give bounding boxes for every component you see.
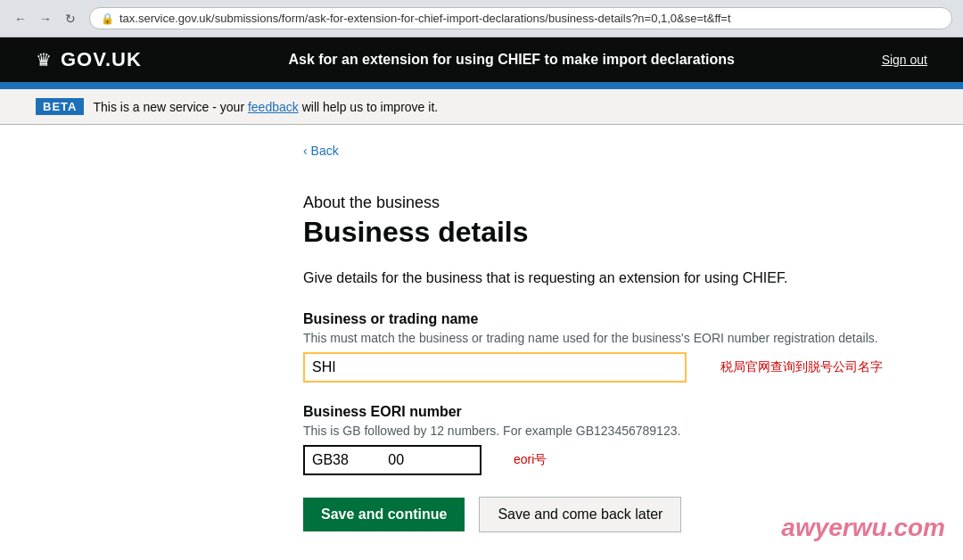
trading-name-group: Business or trading name This must match… <box>303 311 927 383</box>
eori-hint: This is GB followed by 12 numbers. For e… <box>303 424 927 438</box>
trading-name-label: Business or trading name <box>303 311 927 327</box>
beta-text: This is a new service - your feedback wi… <box>93 100 438 114</box>
eori-annotation: eori号 <box>514 452 547 468</box>
eori-group: Business EORI number This is GB followed… <box>303 404 927 475</box>
crown-icon: ♛ <box>36 49 52 70</box>
save-later-button[interactable]: Save and come back later <box>479 497 681 532</box>
back-link[interactable]: Back <box>303 144 339 158</box>
browser-chrome: ← → ↻ 🔒 tax.service.gov.uk/submissions/f… <box>0 0 963 37</box>
section-label: About the business <box>303 194 927 212</box>
url-text: tax.service.gov.uk/submissions/form/ask-… <box>119 12 731 25</box>
eori-label: Business EORI number <box>303 404 927 420</box>
feedback-link[interactable]: feedback <box>248 100 299 114</box>
gov-header: ♛ GOV.UK Ask for an extension for using … <box>0 37 963 82</box>
blue-accent-bar <box>0 82 963 89</box>
page-description: Give details for the business that is re… <box>303 270 927 286</box>
gov-logo: ♛ GOV.UK <box>36 48 142 71</box>
trading-name-input[interactable] <box>303 352 687 383</box>
gov-uk-logo-text: GOV.UK <box>61 48 142 71</box>
eori-input[interactable] <box>303 445 482 475</box>
reload-button[interactable]: ↻ <box>61 9 80 29</box>
beta-banner: BETA This is a new service - your feedba… <box>0 89 963 125</box>
browser-nav-buttons: ← → ↻ <box>11 9 80 29</box>
trading-name-annotation: 税局官网查询到脱号公司名字 <box>720 359 883 375</box>
page-title: Business details <box>303 216 927 249</box>
button-group: Save and continue Save and come back lat… <box>303 497 927 532</box>
back-button[interactable]: ← <box>11 9 30 29</box>
sign-out-link[interactable]: Sign out <box>882 53 927 67</box>
forward-button[interactable]: → <box>36 9 55 29</box>
save-continue-button[interactable]: Save and continue <box>303 498 465 531</box>
main-content: Back About the business Business details… <box>0 125 963 560</box>
lock-icon: 🔒 <box>101 12 114 25</box>
trading-name-wrapper: 税局官网查询到脱号公司名字 <box>303 352 687 383</box>
trading-name-hint: This must match the business or trading … <box>303 331 927 345</box>
service-name: Ask for an extension for using CHIEF to … <box>177 50 846 70</box>
beta-tag: BETA <box>36 98 84 115</box>
address-bar[interactable]: 🔒 tax.service.gov.uk/submissions/form/as… <box>89 7 952 29</box>
